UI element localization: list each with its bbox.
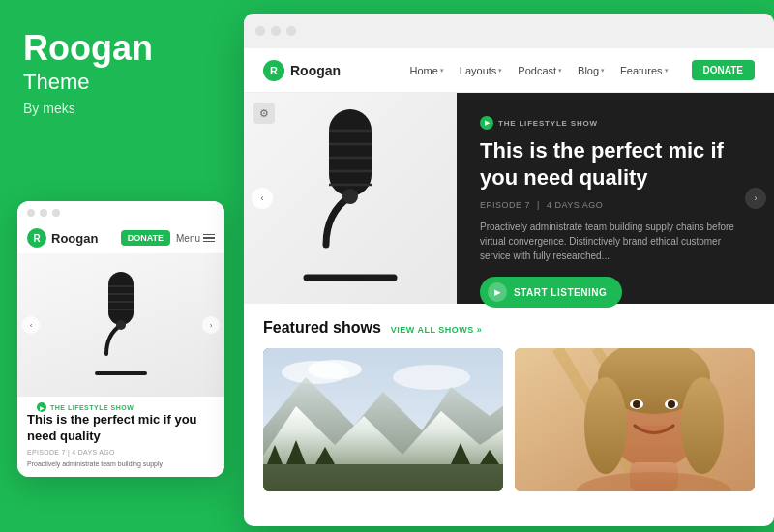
mobile-logo-area: R Roogan DONATE Menu [17,224,224,253]
nav-items: Home ▾ Layouts ▾ Podcast ▾ Blog ▾ Featur… [409,60,755,80]
mountains-image [263,348,503,491]
mobile-menu[interactable]: Menu [176,233,215,244]
mobile-dot-3 [52,209,60,217]
hero-section: ⚙ ‹ ▶ THE LIFESTYLE SHOW This is the per… [244,93,774,304]
nav-blog[interactable]: Blog ▾ [578,65,605,76]
mobile-show-icon: ▶ [37,402,46,412]
svg-rect-0 [108,272,134,325]
mobile-logo: R Roogan [27,228,98,248]
mobile-hero-image: ‹ › [17,253,224,397]
mobile-top-bar [17,201,224,224]
hero-content: ▶ THE LIFESTYLE SHOW This is the perfect… [457,93,774,304]
brand-title: Roogan [23,29,217,68]
nav-features[interactable]: Features ▾ [620,65,668,76]
left-panel: Roogan Theme By meks R Roogan DONATE Men… [0,0,240,532]
nav-layouts[interactable]: Layouts ▾ [460,65,503,76]
mobile-desc: Proactively administrate team building s… [27,459,215,469]
nav-donate-button[interactable]: DONATE [692,60,755,80]
hero-headline: This is the perfect mic ifyou need quali… [480,137,751,191]
mobile-meta: EPISODE 7 | 4 DAYS AGO [27,449,215,456]
browser-dot-2 [271,26,281,36]
settings-icon[interactable]: ⚙ [253,103,275,124]
svg-point-17 [308,360,362,379]
svg-point-18 [393,365,470,390]
hero-show-text: THE LIFESTYLE SHOW [498,119,598,128]
hero-image-bg [244,93,457,304]
view-all-shows-link[interactable]: VIEW ALL SHOWS » [391,325,483,335]
site-logo-icon: R [263,60,284,81]
svg-point-33 [584,377,627,474]
featured-card-2[interactable] [515,348,755,491]
hero-image-area: ⚙ ‹ [244,93,457,304]
browser-dot-1 [255,26,265,36]
chevron-down-icon: ▾ [601,67,605,74]
chevron-down-icon: ▾ [558,67,562,74]
featured-grid [263,348,755,491]
svg-rect-7 [329,109,372,196]
svg-point-6 [116,320,126,330]
featured-section: Featured shows VIEW ALL SHOWS » [244,304,774,507]
browser-bar [244,14,774,48]
woman-image [515,348,755,491]
browser-window: R Roogan Home ▾ Layouts ▾ Podcast ▾ Blog… [244,14,774,526]
mobile-dot-2 [40,209,47,217]
mic-illustration-hero [292,102,408,295]
hero-show-icon: ▶ [480,116,493,130]
mobile-donate-button[interactable]: DONATE [121,230,170,246]
mic-illustration-mobile [87,267,155,383]
featured-title: Featured shows [263,319,381,337]
hero-next-arrow[interactable]: › [745,188,766,209]
mobile-prev-arrow[interactable]: ‹ [22,316,40,334]
start-listening-button[interactable]: ▶ START LISTENING [480,277,622,308]
mobile-show-label: THE LIFESTYLE SHOW [50,404,134,411]
featured-header: Featured shows VIEW ALL SHOWS » [263,319,755,337]
hero-show-label-row: ▶ THE LIFESTYLE SHOW [480,116,751,130]
site-nav: R Roogan Home ▾ Layouts ▾ Podcast ▾ Blog… [244,48,774,93]
hero-description: Proactively administrate team building s… [480,220,751,263]
mobile-content: ▶ THE LIFESTYLE SHOW This is the perfect… [17,402,224,477]
browser-dot-3 [286,26,296,36]
mobile-mockup: R Roogan DONATE Menu [17,201,224,477]
mobile-headline: This is the perfect mic if you need qual… [27,412,215,445]
svg-point-38 [668,400,675,408]
chevron-down-icon: ▾ [665,67,669,74]
nav-podcast[interactable]: Podcast ▾ [518,65,562,76]
mobile-show-label-row: ▶ THE LIFESTYLE SHOW [27,402,215,412]
brand-by: By meks [23,101,217,116]
mobile-dot-1 [27,209,35,217]
svg-point-36 [633,400,640,408]
chevron-down-icon: ▾ [440,67,444,74]
hamburger-icon [203,234,215,243]
brand-subtitle: Theme [23,70,217,95]
svg-point-34 [681,377,724,474]
mobile-logo-icon: R [27,228,46,248]
svg-rect-21 [263,464,503,491]
chevron-down-icon: ▾ [498,67,502,74]
svg-point-14 [342,189,358,204]
hero-prev-arrow[interactable]: ‹ [252,188,273,209]
mobile-next-arrow[interactable]: › [202,316,220,334]
site-logo: R Roogan [263,60,341,81]
hero-meta: EPISODE 7 | 4 DAYS AGO [480,200,751,210]
play-icon: ▶ [488,282,507,302]
featured-card-1[interactable] [263,348,503,491]
nav-home[interactable]: Home ▾ [409,65,443,76]
